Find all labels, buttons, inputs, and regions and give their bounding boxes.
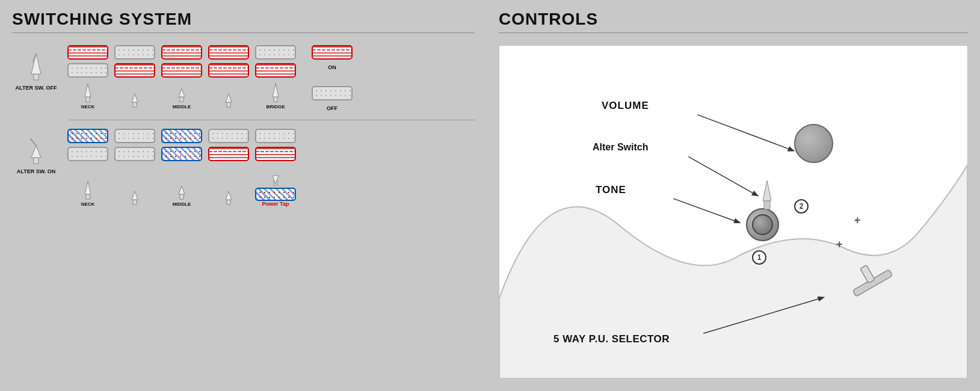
tone-knob[interactable] [746, 208, 779, 241]
switching-container: ALTER SW. OFF [12, 45, 475, 207]
selector-neck-icon [82, 82, 94, 103]
selector-middle-label: MIDDLE [173, 104, 191, 109]
coil-on-b4 [208, 147, 249, 161]
svg-rect-7 [180, 97, 183, 102]
badge-2: 2 [794, 199, 809, 214]
svg-marker-17 [85, 181, 91, 194]
coil-on-t4 [208, 129, 249, 143]
on-label: ON [328, 64, 336, 70]
coil-on-b1 [67, 147, 108, 161]
selector-neck-label: NECK [81, 104, 95, 109]
selector-on-neck: NECK [67, 180, 108, 207]
coil-on-b2 [114, 147, 155, 161]
badge-2-text: 2 [800, 202, 804, 211]
off-label: OFF [327, 105, 337, 111]
svg-line-15 [30, 138, 36, 146]
alter-off-label: ALTER SW. OFF [16, 85, 57, 91]
coil-off-t3 [161, 45, 202, 60]
svg-rect-0 [34, 74, 39, 80]
svg-rect-22 [227, 200, 230, 205]
svg-line-26 [697, 115, 793, 151]
alter-switch-graphic [758, 178, 776, 211]
controls-title: CONTROLS [499, 10, 968, 29]
coil-off-b2 [114, 63, 155, 78]
svg-rect-18 [133, 200, 137, 205]
coil-on-t2 [114, 129, 155, 143]
selector-on-neck-icon [82, 180, 94, 200]
coil-off-b1 [67, 63, 108, 78]
selector-label: 5 WAY P.U. SELECTOR [553, 333, 670, 345]
svg-marker-23 [226, 191, 232, 200]
coil-on-t5 [255, 129, 296, 143]
svg-marker-12 [273, 84, 279, 97]
selector-4-icon [223, 88, 235, 108]
alter-on-label-col: ALTER SW. ON [12, 129, 60, 174]
guitar-body-svg [499, 46, 967, 378]
coil-off-t5 [255, 45, 296, 60]
left-panel: SWITCHING SYSTEM ALTER SW. OFF [0, 0, 487, 391]
svg-rect-3 [86, 97, 90, 102]
alter-sw-off-block: ALTER SW. OFF [12, 45, 475, 111]
svg-rect-9 [227, 102, 230, 107]
tone-label: TONE [596, 184, 626, 196]
svg-marker-32 [763, 180, 771, 201]
selector-on-middle: MIDDLE [161, 180, 202, 207]
svg-marker-4 [85, 84, 91, 97]
alter-off-switch-icon [24, 51, 48, 82]
svg-marker-8 [179, 88, 185, 97]
svg-marker-19 [132, 191, 138, 200]
svg-line-27 [688, 156, 757, 196]
coil-off-t4 [208, 45, 249, 60]
svg-rect-33 [852, 269, 893, 297]
selector-on-middle-icon [176, 180, 188, 200]
alter-on-bottom-row [67, 147, 296, 161]
middle-divider [69, 120, 475, 120]
power-tap-label: Power Tap [255, 201, 296, 207]
coil-off-t2 [114, 45, 155, 60]
alter-sw-on-block: ALTER SW. ON [12, 129, 475, 207]
svg-rect-11 [274, 97, 277, 102]
selector-neck: NECK [67, 82, 108, 109]
selector-on-4 [208, 185, 249, 207]
alter-off-bottom-row [67, 63, 296, 78]
svg-rect-20 [180, 194, 183, 199]
alter-on-pickups: NECK MIDDLE [67, 129, 296, 207]
alter-off-top-row [67, 45, 296, 60]
volume-knob[interactable] [794, 124, 833, 163]
alter-on-label: ALTER SW. ON [17, 168, 55, 174]
selector-on-bridge: Power Tap [255, 166, 296, 207]
selector-on-2-icon [129, 185, 141, 206]
mini-toggle-2[interactable]: + [854, 214, 861, 227]
selector-on-middle-label: MIDDLE [173, 202, 191, 207]
svg-line-28 [673, 199, 739, 223]
svg-marker-21 [179, 186, 185, 194]
coil-on-t1 [67, 129, 108, 143]
alter-off-pickups: NECK MIDDLE [67, 45, 296, 109]
coil-on-b3 [161, 147, 202, 161]
selector-bridge-label: BRIDGE [266, 104, 285, 109]
svg-line-29 [703, 297, 823, 333]
selector-middle: MIDDLE [161, 82, 202, 109]
alter-on-selector-row: NECK MIDDLE [67, 166, 296, 207]
selector-switch-graphic [841, 252, 898, 302]
mini-toggle-1[interactable]: + [836, 238, 843, 251]
svg-marker-10 [226, 94, 232, 102]
on-off-col: ON OFF [312, 45, 353, 111]
coil-on-t3 [161, 129, 202, 143]
selector-on-4-icon [223, 185, 235, 206]
off-coil-indicator [312, 86, 353, 100]
alter-switch-label: Alter Switch [593, 142, 648, 153]
coil-off-b3 [161, 63, 202, 78]
badge-1: 1 [752, 250, 766, 265]
selector-on-2 [114, 185, 155, 207]
alter-off-label-col: ALTER SW. OFF [12, 45, 60, 91]
on-coil-indicator [312, 45, 353, 60]
badge-1-text: 1 [757, 253, 762, 262]
svg-rect-13 [34, 158, 39, 164]
controls-diagram: VOLUME Alter Switch TONE 5 WAY P.U. SELE… [499, 45, 968, 379]
switching-system-title: SWITCHING SYSTEM [12, 10, 475, 29]
selector-4 [208, 88, 249, 109]
alter-off-selector-row: NECK MIDDLE [67, 82, 296, 109]
coil-off-b4 [208, 63, 249, 78]
selector-bridge-icon [270, 82, 282, 103]
